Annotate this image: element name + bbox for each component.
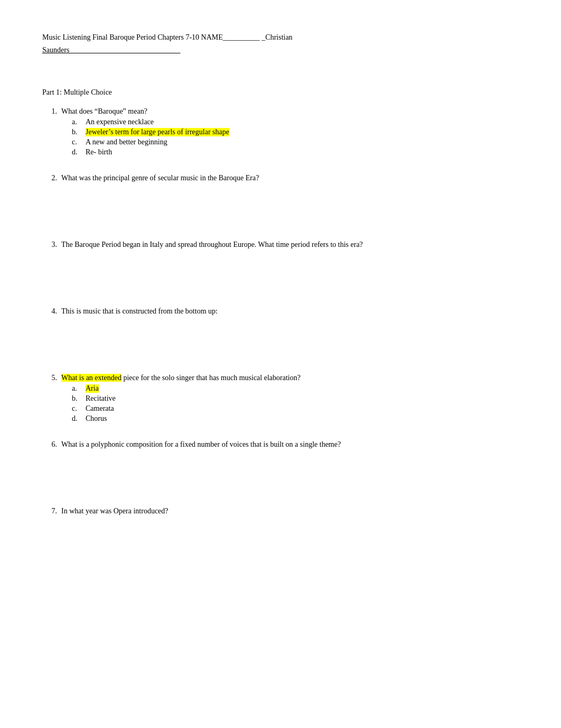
question-text: In what year was Opera introduced? [61, 507, 519, 515]
document-header: Music Listening Final Baroque Period Cha… [42, 32, 519, 57]
sub-option: d.Chorus [72, 414, 519, 423]
question-number: 3. [42, 241, 57, 249]
header-line2: Saunders______________________________ [42, 44, 519, 56]
question-text: What is an extended piece for the solo s… [61, 374, 519, 425]
option-text: Recitative [86, 394, 116, 403]
sub-option: c.A new and better beginning [72, 138, 519, 146]
question-number: 4. [42, 307, 57, 316]
sub-options-list: a.An expensive necklaceb.Jeweler’s term … [61, 118, 519, 156]
option-text: Re- birth [86, 148, 112, 156]
question-item: 7.In what year was Opera introduced? [42, 507, 519, 515]
option-text: Jeweler’s term for large pearls of irreg… [86, 128, 229, 136]
option-label: a. [72, 118, 81, 126]
answer-space [61, 249, 519, 291]
option-text: Camerata [86, 404, 114, 413]
question-body: What was the principal genre of secular … [61, 174, 259, 182]
question-item: 1.What does “Baroque” mean?a.An expensiv… [42, 107, 519, 158]
question-item: 5.What is an extended piece for the solo… [42, 374, 519, 425]
answer-space [61, 182, 519, 225]
option-label: c. [72, 138, 81, 146]
option-label: d. [72, 148, 81, 156]
option-label: d. [72, 414, 81, 423]
section-title: Part 1: Multiple Choice [42, 88, 519, 97]
option-text: Aria [86, 384, 99, 393]
sub-option: a.Aria [72, 384, 519, 393]
question-body: What is an extended piece for the solo s… [61, 374, 301, 382]
option-label: c. [72, 404, 81, 413]
option-label: b. [72, 128, 81, 136]
answer-space [61, 316, 519, 358]
question-body: This is music that is constructed from t… [61, 307, 218, 315]
question-text: What does “Baroque” mean?a.An expensive … [61, 107, 519, 158]
question-item: 2.What was the principal genre of secula… [42, 174, 519, 225]
question-body: In what year was Opera introduced? [61, 507, 169, 515]
question-text: What is a polyphonic composition for a f… [61, 440, 519, 491]
sub-option: d.Re- birth [72, 148, 519, 156]
option-text: An expensive necklace [86, 118, 154, 126]
question-item: 3.The Baroque Period began in Italy and … [42, 241, 519, 291]
header-line2-text: Saunders______________________________ [42, 46, 180, 54]
question-item: 4.This is music that is constructed from… [42, 307, 519, 358]
question-text: What was the principal genre of secular … [61, 174, 519, 225]
sub-option: c.Camerata [72, 404, 519, 413]
answer-space [61, 449, 519, 491]
question-item: 6.What is a polyphonic composition for a… [42, 440, 519, 491]
question-text: This is music that is constructed from t… [61, 307, 519, 358]
question-number: 7. [42, 507, 57, 515]
question-body: The Baroque Period began in Italy and sp… [61, 241, 363, 248]
question-number: 6. [42, 440, 57, 449]
question-number: 1. [42, 107, 57, 116]
question-body: What does “Baroque” mean? [61, 107, 147, 115]
option-text: Chorus [86, 414, 107, 423]
question-number: 2. [42, 174, 57, 182]
sub-option: b.Recitative [72, 394, 519, 403]
option-label: a. [72, 384, 81, 393]
question-text: The Baroque Period began in Italy and sp… [61, 241, 519, 291]
option-label: b. [72, 394, 81, 403]
question-number: 5. [42, 374, 57, 382]
sub-option: a.An expensive necklace [72, 118, 519, 126]
question-body: What is a polyphonic composition for a f… [61, 440, 341, 448]
questions-list: 1.What does “Baroque” mean?a.An expensiv… [42, 107, 519, 515]
sub-options-list: a.Ariab.Recitativec.Cameratad.Chorus [61, 384, 519, 423]
header-text: Music Listening Final Baroque Period Cha… [42, 32, 293, 43]
option-text: A new and better beginning [86, 138, 167, 146]
sub-option: b.Jeweler’s term for large pearls of irr… [72, 128, 519, 136]
header-line1: Music Listening Final Baroque Period Cha… [42, 32, 519, 43]
